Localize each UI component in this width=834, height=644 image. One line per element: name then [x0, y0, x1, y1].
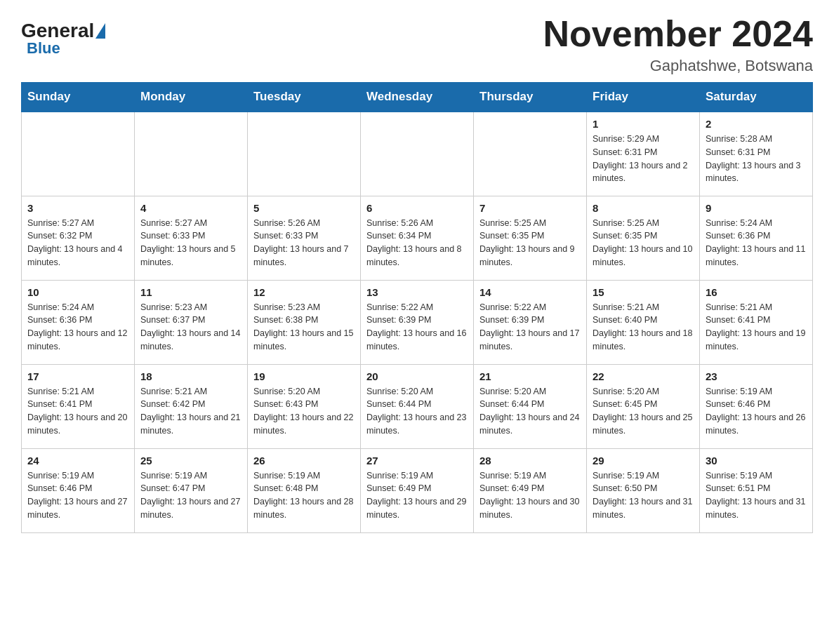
table-row: 2Sunrise: 5:28 AMSunset: 6:31 PMDaylight… [700, 112, 813, 196]
day-info: Sunrise: 5:27 AMSunset: 6:33 PMDaylight:… [140, 217, 241, 269]
day-number: 14 [479, 286, 581, 298]
day-number: 22 [593, 370, 694, 382]
day-info: Sunrise: 5:25 AMSunset: 6:35 PMDaylight:… [479, 217, 581, 269]
table-row: 27Sunrise: 5:19 AMSunset: 6:49 PMDayligh… [361, 448, 474, 532]
calendar-body: 1Sunrise: 5:29 AMSunset: 6:31 PMDaylight… [22, 112, 813, 532]
logo: General Blue [21, 14, 105, 58]
table-row: 24Sunrise: 5:19 AMSunset: 6:46 PMDayligh… [22, 448, 135, 532]
col-saturday: Saturday [700, 83, 813, 112]
table-row [22, 112, 135, 196]
table-row: 20Sunrise: 5:20 AMSunset: 6:44 PMDayligh… [361, 364, 474, 448]
col-friday: Friday [587, 83, 700, 112]
table-row: 8Sunrise: 5:25 AMSunset: 6:35 PMDaylight… [587, 196, 700, 280]
day-number: 12 [253, 286, 355, 298]
day-number: 20 [366, 370, 468, 382]
table-row [135, 112, 248, 196]
table-row: 6Sunrise: 5:26 AMSunset: 6:34 PMDaylight… [361, 196, 474, 280]
day-number: 2 [706, 118, 807, 130]
table-row: 15Sunrise: 5:21 AMSunset: 6:40 PMDayligh… [587, 280, 700, 364]
table-row [361, 112, 474, 196]
table-row: 22Sunrise: 5:20 AMSunset: 6:45 PMDayligh… [587, 364, 700, 448]
day-number: 17 [27, 370, 128, 382]
day-number: 4 [140, 202, 241, 214]
table-row: 4Sunrise: 5:27 AMSunset: 6:33 PMDaylight… [135, 196, 248, 280]
day-number: 18 [140, 370, 241, 382]
day-number: 5 [253, 202, 355, 214]
calendar-subtitle: Gaphatshwe, Botswana [543, 57, 813, 75]
day-info: Sunrise: 5:26 AMSunset: 6:33 PMDaylight:… [253, 217, 355, 269]
day-number: 19 [253, 370, 355, 382]
day-info: Sunrise: 5:25 AMSunset: 6:35 PMDaylight:… [593, 217, 694, 269]
day-info: Sunrise: 5:21 AMSunset: 6:40 PMDaylight:… [593, 301, 694, 354]
table-row: 21Sunrise: 5:20 AMSunset: 6:44 PMDayligh… [474, 364, 587, 448]
table-row: 19Sunrise: 5:20 AMSunset: 6:43 PMDayligh… [248, 364, 361, 448]
col-sunday: Sunday [22, 83, 135, 112]
day-info: Sunrise: 5:21 AMSunset: 6:41 PMDaylight:… [706, 301, 807, 354]
table-row: 10Sunrise: 5:24 AMSunset: 6:36 PMDayligh… [22, 280, 135, 364]
day-number: 30 [706, 455, 807, 467]
day-info: Sunrise: 5:20 AMSunset: 6:44 PMDaylight:… [366, 385, 468, 438]
day-number: 8 [593, 202, 694, 214]
day-number: 26 [253, 455, 355, 467]
day-number: 28 [479, 455, 581, 467]
page-header: General Blue November 2024 Gaphatshwe, B… [21, 14, 813, 75]
day-info: Sunrise: 5:19 AMSunset: 6:46 PMDaylight:… [706, 385, 807, 438]
day-number: 9 [706, 202, 807, 214]
day-info: Sunrise: 5:20 AMSunset: 6:44 PMDaylight:… [479, 385, 581, 438]
day-info: Sunrise: 5:21 AMSunset: 6:41 PMDaylight:… [27, 385, 128, 438]
table-row: 3Sunrise: 5:27 AMSunset: 6:32 PMDaylight… [22, 196, 135, 280]
day-number: 21 [479, 370, 581, 382]
day-info: Sunrise: 5:19 AMSunset: 6:51 PMDaylight:… [706, 469, 807, 522]
col-monday: Monday [135, 83, 248, 112]
day-number: 6 [366, 202, 468, 214]
table-row: 1Sunrise: 5:29 AMSunset: 6:31 PMDaylight… [587, 112, 700, 196]
table-row: 12Sunrise: 5:23 AMSunset: 6:38 PMDayligh… [248, 280, 361, 364]
day-info: Sunrise: 5:19 AMSunset: 6:46 PMDaylight:… [27, 469, 128, 522]
table-row: 9Sunrise: 5:24 AMSunset: 6:36 PMDaylight… [700, 196, 813, 280]
day-info: Sunrise: 5:19 AMSunset: 6:49 PMDaylight:… [479, 469, 581, 522]
logo-general-text: General [21, 21, 94, 41]
logo-blue-text: Blue [27, 39, 60, 58]
table-row: 26Sunrise: 5:19 AMSunset: 6:48 PMDayligh… [248, 448, 361, 532]
day-number: 23 [706, 370, 807, 382]
table-row: 17Sunrise: 5:21 AMSunset: 6:41 PMDayligh… [22, 364, 135, 448]
day-number: 29 [593, 455, 694, 467]
table-row [474, 112, 587, 196]
day-number: 10 [27, 286, 128, 298]
col-tuesday: Tuesday [248, 83, 361, 112]
day-number: 7 [479, 202, 581, 214]
table-row: 14Sunrise: 5:22 AMSunset: 6:39 PMDayligh… [474, 280, 587, 364]
day-info: Sunrise: 5:22 AMSunset: 6:39 PMDaylight:… [479, 301, 581, 354]
table-row: 13Sunrise: 5:22 AMSunset: 6:39 PMDayligh… [361, 280, 474, 364]
table-row [248, 112, 361, 196]
day-info: Sunrise: 5:26 AMSunset: 6:34 PMDaylight:… [366, 217, 468, 269]
day-info: Sunrise: 5:24 AMSunset: 6:36 PMDaylight:… [27, 301, 128, 354]
table-row: 16Sunrise: 5:21 AMSunset: 6:41 PMDayligh… [700, 280, 813, 364]
col-wednesday: Wednesday [361, 83, 474, 112]
table-row: 23Sunrise: 5:19 AMSunset: 6:46 PMDayligh… [700, 364, 813, 448]
day-info: Sunrise: 5:22 AMSunset: 6:39 PMDaylight:… [366, 301, 468, 354]
table-row: 29Sunrise: 5:19 AMSunset: 6:50 PMDayligh… [587, 448, 700, 532]
table-row: 18Sunrise: 5:21 AMSunset: 6:42 PMDayligh… [135, 364, 248, 448]
table-row: 7Sunrise: 5:25 AMSunset: 6:35 PMDaylight… [474, 196, 587, 280]
day-info: Sunrise: 5:19 AMSunset: 6:48 PMDaylight:… [253, 469, 355, 522]
table-row: 30Sunrise: 5:19 AMSunset: 6:51 PMDayligh… [700, 448, 813, 532]
day-info: Sunrise: 5:20 AMSunset: 6:43 PMDaylight:… [253, 385, 355, 438]
day-number: 3 [27, 202, 128, 214]
logo-triangle-icon [95, 23, 105, 39]
table-row: 11Sunrise: 5:23 AMSunset: 6:37 PMDayligh… [135, 280, 248, 364]
table-row: 25Sunrise: 5:19 AMSunset: 6:47 PMDayligh… [135, 448, 248, 532]
col-thursday: Thursday [474, 83, 587, 112]
day-info: Sunrise: 5:19 AMSunset: 6:47 PMDaylight:… [140, 469, 241, 522]
day-number: 11 [140, 286, 241, 298]
day-info: Sunrise: 5:23 AMSunset: 6:38 PMDaylight:… [253, 301, 355, 354]
day-info: Sunrise: 5:29 AMSunset: 6:31 PMDaylight:… [593, 133, 694, 185]
day-number: 27 [366, 455, 468, 467]
table-row: 5Sunrise: 5:26 AMSunset: 6:33 PMDaylight… [248, 196, 361, 280]
day-number: 13 [366, 286, 468, 298]
day-info: Sunrise: 5:23 AMSunset: 6:37 PMDaylight:… [140, 301, 241, 354]
day-info: Sunrise: 5:28 AMSunset: 6:31 PMDaylight:… [706, 133, 807, 185]
day-number: 15 [593, 286, 694, 298]
day-number: 25 [140, 455, 241, 467]
day-info: Sunrise: 5:24 AMSunset: 6:36 PMDaylight:… [706, 217, 807, 269]
